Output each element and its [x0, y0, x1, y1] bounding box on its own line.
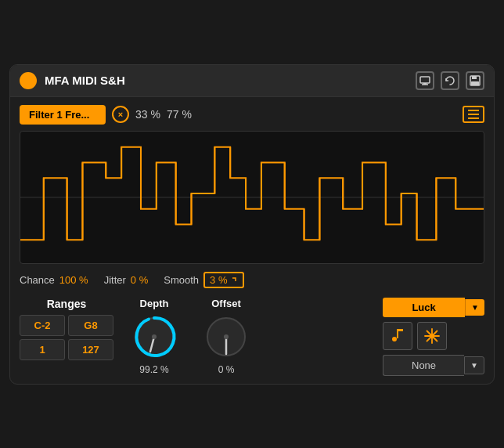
chance-value[interactable]: 100 % — [59, 274, 88, 286]
svg-rect-4 — [472, 76, 477, 79]
mod-percent2: 77 % — [167, 108, 192, 121]
svg-rect-0 — [420, 77, 430, 83]
ranges-title: Ranges — [20, 298, 113, 310]
waveform-display[interactable] — [20, 131, 484, 264]
expand-icon — [230, 276, 238, 284]
plugin-title: MFA MIDI S&H — [45, 74, 408, 87]
luck-dropdown-arrow[interactable]: ▼ — [465, 299, 484, 316]
smooth-value-box[interactable]: 3 % — [203, 272, 244, 288]
range-cell-g8[interactable]: G8 — [68, 315, 113, 336]
luck-dropdown-row: Luck ▼ — [383, 298, 484, 317]
svg-point-32 — [152, 334, 157, 339]
power-indicator[interactable] — [20, 72, 37, 89]
params-row: Chance 100 % Jitter 0 % Smooth 3 % — [20, 272, 484, 288]
mod-source-button[interactable]: Filter 1 Fre... — [20, 105, 106, 125]
svg-rect-36 — [392, 337, 397, 341]
save-icon[interactable] — [466, 71, 484, 90]
refresh-icon[interactable] — [441, 71, 459, 90]
modulation-bar: Filter 1 Fre... × 33 % 77 % — [20, 105, 484, 125]
offset-label: Offset — [211, 298, 241, 309]
menu-line — [468, 114, 479, 115]
mod-menu-button[interactable] — [463, 106, 484, 123]
main-content: Filter 1 Fre... × 33 % 77 % — [10, 97, 494, 384]
smooth-label: Smooth — [164, 274, 199, 286]
bottom-section: Ranges C-2 G8 1 127 Depth — [20, 298, 484, 376]
menu-line — [468, 110, 479, 111]
chance-label: Chance — [20, 274, 55, 286]
svg-point-43 — [430, 334, 434, 338]
ranges-grid: C-2 G8 1 127 — [20, 315, 113, 360]
svg-rect-38 — [397, 329, 403, 331]
note-icon-button[interactable] — [383, 322, 412, 350]
none-dropdown-label[interactable]: None — [383, 355, 464, 376]
none-dropdown-arrow[interactable]: ▼ — [464, 356, 484, 374]
range-cell-1[interactable]: 1 — [20, 339, 65, 360]
jitter-label: Jitter — [104, 274, 126, 286]
title-bar: MFA MIDI S&H — [10, 65, 494, 97]
luck-dropdown-label[interactable]: Luck — [383, 298, 465, 317]
svg-point-35 — [224, 334, 229, 339]
smooth-value-text: 3 % — [210, 274, 227, 286]
svg-rect-5 — [471, 81, 479, 85]
mod-percent1: 33 % — [135, 108, 160, 121]
right-controls: Luck ▼ — [383, 298, 484, 376]
monitor-icon[interactable] — [416, 71, 434, 90]
plugin-container: MFA MIDI S&H — [9, 64, 495, 385]
ranges-box: Ranges C-2 G8 1 127 — [20, 298, 113, 360]
depth-section: Depth 99.2 % — [123, 298, 185, 375]
mod-remove-button[interactable]: × — [112, 106, 129, 123]
title-icons — [416, 71, 484, 90]
icon-row — [383, 322, 484, 350]
menu-line — [468, 117, 479, 119]
range-cell-127[interactable]: 127 — [68, 339, 113, 360]
snowflake-icon-button[interactable] — [417, 322, 447, 350]
offset-knob[interactable] — [202, 313, 250, 361]
offset-value: 0 % — [218, 364, 235, 375]
depth-value: 99.2 % — [139, 364, 168, 375]
none-dropdown-row: None ▼ — [383, 355, 484, 376]
depth-knob[interactable] — [130, 313, 178, 361]
offset-section: Offset 0 % — [195, 298, 257, 375]
range-cell-c2[interactable]: C-2 — [20, 315, 65, 336]
depth-label: Depth — [140, 298, 169, 309]
jitter-value[interactable]: 0 % — [131, 274, 148, 286]
